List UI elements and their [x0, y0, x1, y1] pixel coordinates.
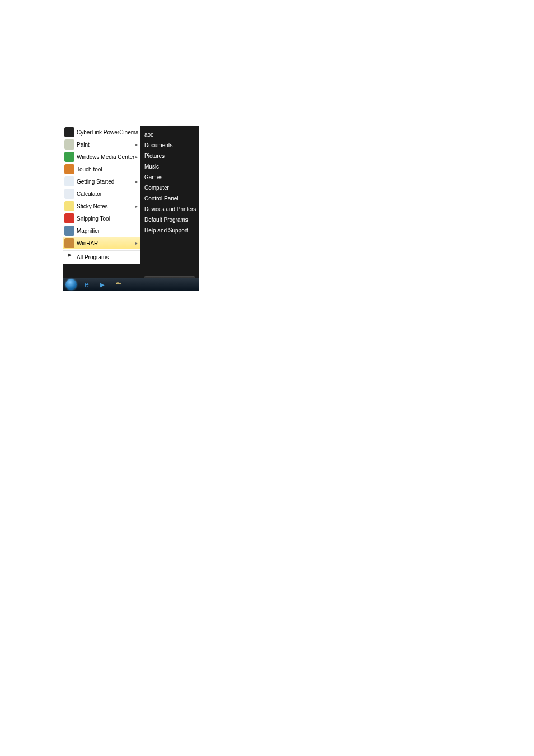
start-menu-item[interactable]: WinRAR▸	[63, 237, 140, 249]
program-icon	[64, 127, 74, 137]
taskbar-wmp-icon[interactable]: ▶	[95, 278, 110, 291]
start-menu-item-label: Calculator	[77, 191, 102, 197]
program-icon: ▶	[64, 252, 74, 262]
start-menu-right-item[interactable]: Control Panel	[140, 193, 199, 204]
program-icon	[64, 226, 74, 236]
start-menu-item[interactable]: Windows Media Center▸	[63, 151, 140, 163]
start-menu-right-item[interactable]: Help and Support	[140, 225, 199, 236]
program-icon	[64, 176, 74, 186]
start-menu-right-pane: aocDocumentsPicturesMusicGamesComputerCo…	[140, 126, 199, 282]
submenu-arrow-icon: ▸	[135, 155, 138, 160]
start-menu: CyberLink PowerCinemaPaint▸Windows Media…	[63, 126, 199, 291]
start-menu-right-item[interactable]: Music	[140, 161, 199, 172]
taskbar: e ▶ 🗀	[63, 278, 199, 291]
submenu-arrow-icon: ▸	[135, 142, 138, 147]
start-menu-right-item[interactable]: aoc	[140, 129, 199, 140]
start-menu-item[interactable]: Sticky Notes▸	[63, 200, 140, 212]
taskbar-explorer-icon[interactable]: 🗀	[110, 278, 126, 291]
start-menu-right-item[interactable]: Pictures	[140, 151, 199, 161]
start-menu-item[interactable]: CyberLink PowerCinema	[63, 126, 140, 138]
program-icon	[64, 164, 74, 174]
start-menu-item-label: All Programs	[77, 254, 109, 260]
start-menu-left-pane: CyberLink PowerCinemaPaint▸Windows Media…	[63, 126, 140, 264]
program-icon	[64, 152, 74, 162]
start-menu-item[interactable]: Paint▸	[63, 138, 140, 151]
start-menu-item[interactable]: Snipping Tool	[63, 212, 140, 225]
start-menu-right-item[interactable]: Devices and Printers	[140, 204, 199, 214]
program-icon	[64, 238, 74, 248]
submenu-arrow-icon: ▸	[135, 179, 138, 184]
submenu-arrow-icon: ▸	[135, 204, 138, 209]
start-menu-item[interactable]: ▶All Programs	[63, 250, 140, 263]
start-menu-item[interactable]: Magnifier	[63, 225, 140, 237]
start-menu-right-item[interactable]: Computer	[140, 183, 199, 193]
submenu-arrow-icon: ▸	[135, 241, 138, 246]
start-menu-item[interactable]: Touch tool	[63, 163, 140, 175]
start-menu-right-item[interactable]: Default Programs	[140, 214, 199, 225]
start-menu-item-label: Paint	[77, 142, 90, 148]
start-menu-item-label: Windows Media Center	[77, 154, 134, 160]
start-menu-right-item[interactable]: Documents	[140, 140, 199, 151]
start-menu-item[interactable]: Getting Started▸	[63, 175, 140, 188]
start-menu-item-label: Touch tool	[77, 166, 102, 172]
program-icon	[64, 213, 74, 223]
start-menu-item-label: Snipping Tool	[77, 216, 110, 222]
start-menu-item-label: Magnifier	[77, 228, 100, 234]
program-icon	[64, 139, 74, 150]
program-icon	[64, 201, 74, 211]
start-menu-right-item[interactable]: Games	[140, 172, 199, 183]
start-menu-item-label: Sticky Notes	[77, 203, 108, 209]
taskbar-ie-icon[interactable]: e	[79, 278, 95, 291]
program-icon	[64, 189, 74, 199]
start-menu-item-label: Getting Started	[77, 179, 114, 185]
start-menu-item-label: CyberLink PowerCinema	[77, 129, 138, 136]
start-menu-item[interactable]: Calculator	[63, 188, 140, 200]
start-orb[interactable]	[63, 278, 79, 291]
start-menu-item-label: WinRAR	[77, 240, 98, 246]
